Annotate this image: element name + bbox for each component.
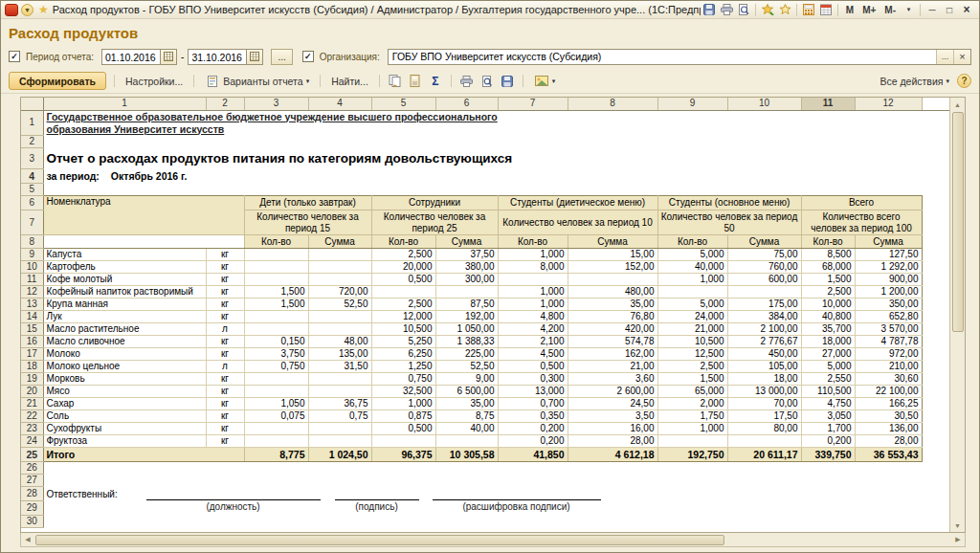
scroll-down-icon[interactable]: ▼ xyxy=(951,519,965,532)
sum-cell[interactable]: 300,00 xyxy=(435,274,498,286)
group-header[interactable]: Студенты (диетическое меню) xyxy=(498,196,657,210)
row-number[interactable]: 23 xyxy=(21,423,43,435)
unit-cell[interactable]: кг xyxy=(206,261,244,274)
unit-cell[interactable]: кг xyxy=(206,423,244,435)
qty-cell[interactable]: 18,000 xyxy=(801,336,855,348)
nomenclature-cell[interactable]: Молоко цельное xyxy=(43,361,206,373)
row-number[interactable]: 30 xyxy=(21,516,43,528)
unit-cell[interactable]: кг xyxy=(206,435,244,448)
unit-cell[interactable]: кг xyxy=(206,410,244,423)
qty-cell[interactable]: 68,000 xyxy=(801,261,855,274)
nomenclature-cell[interactable]: Фруктоза xyxy=(43,435,206,448)
unit-cell[interactable]: кг xyxy=(206,299,244,311)
print-icon[interactable] xyxy=(719,3,735,17)
horizontal-scrollbar[interactable]: ◀ ▶ xyxy=(20,533,966,547)
nomenclature-cell[interactable]: Сухофрукты xyxy=(43,423,206,435)
qty-cell[interactable]: 32,500 xyxy=(371,386,435,398)
qty-cell[interactable]: 5,000 xyxy=(657,299,727,311)
total-cell[interactable]: 1 024,50 xyxy=(308,448,371,462)
date-from-input[interactable]: 01.10.2016 xyxy=(101,49,161,65)
nomenclature-cell[interactable]: Капуста xyxy=(43,249,206,261)
group-header[interactable]: Дети (только завтрак) xyxy=(244,196,371,210)
row-number[interactable]: 28 xyxy=(21,487,43,501)
qty-cell[interactable]: 10,000 xyxy=(801,299,855,311)
nomenclature-cell[interactable]: Соль xyxy=(43,410,206,423)
group-header[interactable]: Студенты (основное меню) xyxy=(657,196,801,210)
unit-cell[interactable]: л xyxy=(206,361,244,373)
memory-m-button[interactable]: M xyxy=(842,3,858,17)
row-number[interactable]: 3 xyxy=(21,148,43,169)
row-number[interactable]: 17 xyxy=(21,348,43,361)
sum-cell[interactable]: 900,00 xyxy=(855,274,922,286)
scroll-right-icon[interactable]: ▶ xyxy=(951,533,965,546)
nomenclature-cell[interactable]: Крупа манная xyxy=(43,299,206,311)
qty-cell[interactable] xyxy=(244,274,308,286)
qty-cell[interactable]: 2,100 xyxy=(498,336,568,348)
all-actions-button[interactable]: Все действия ▾ xyxy=(877,74,952,89)
sum-cell[interactable]: 480,00 xyxy=(568,286,657,299)
qty-cell[interactable]: 1,250 xyxy=(371,361,435,373)
unit-cell[interactable]: кг xyxy=(206,274,244,286)
qty-cell[interactable] xyxy=(371,286,435,299)
row-number[interactable]: 10 xyxy=(21,261,43,274)
sum-cell[interactable]: 450,00 xyxy=(727,348,801,361)
collapse-chevron-icon[interactable]: ▾ xyxy=(901,3,917,17)
qty-cell[interactable]: 2,550 xyxy=(801,373,855,386)
sum-cell[interactable] xyxy=(568,274,657,286)
qty-cell[interactable]: 5,000 xyxy=(657,249,727,261)
scroll-up-icon[interactable]: ▲ xyxy=(951,98,965,111)
qty-cell[interactable]: 0,200 xyxy=(801,435,855,448)
close-button[interactable]: × xyxy=(958,3,975,17)
col-header[interactable]: 4 xyxy=(308,98,371,110)
sum-header[interactable]: Сумма xyxy=(855,235,922,249)
unit-cell[interactable]: кг xyxy=(206,286,244,299)
qty-cell[interactable]: 2,000 xyxy=(657,398,727,410)
nomenclature-cell[interactable]: Масло сливочное xyxy=(43,336,206,348)
sum-cell[interactable]: 210,00 xyxy=(855,361,922,373)
qty-cell[interactable]: 5,250 xyxy=(371,336,435,348)
qty-cell[interactable] xyxy=(244,435,308,448)
total-cell[interactable]: 4 612,18 xyxy=(568,448,657,462)
sum-cell[interactable]: 36,75 xyxy=(308,398,371,410)
memory-m-plus-button[interactable]: M+ xyxy=(858,3,880,17)
unit-cell[interactable]: кг xyxy=(206,348,244,361)
sum-cell[interactable]: 35,00 xyxy=(568,299,657,311)
qty-cell[interactable]: 2,500 xyxy=(801,286,855,299)
sum-cell[interactable] xyxy=(308,323,371,336)
spreadsheet[interactable]: 1 2 3 4 5 6 7 8 9 10 11 12 xyxy=(21,98,949,532)
total-label[interactable]: Итого xyxy=(43,448,244,462)
total-cell[interactable]: 192,750 xyxy=(657,448,727,462)
qty-cell[interactable] xyxy=(244,261,308,274)
qty-header[interactable]: Кол-во xyxy=(801,235,855,249)
sum-cell[interactable] xyxy=(308,261,371,274)
qty-cell[interactable]: 0,150 xyxy=(244,336,308,348)
sum-cell[interactable]: 166,25 xyxy=(855,398,922,410)
favorites-star-icon[interactable]: ★ xyxy=(38,4,49,16)
row-number[interactable]: 16 xyxy=(21,336,43,348)
qty-cell[interactable]: 2,500 xyxy=(657,361,727,373)
qty-cell[interactable]: 1,000 xyxy=(657,274,727,286)
toolbar-print-icon[interactable] xyxy=(459,74,475,88)
qty-cell[interactable]: 1,500 xyxy=(801,274,855,286)
sum-cell[interactable]: 135,00 xyxy=(308,348,371,361)
sum-cell[interactable]: 1 388,33 xyxy=(435,336,498,348)
organization-clear-button[interactable]: × xyxy=(953,50,970,64)
sum-cell[interactable]: 2 100,00 xyxy=(727,323,801,336)
unit-cell[interactable]: л xyxy=(206,323,244,336)
find-button[interactable]: Найти... xyxy=(328,74,371,89)
row-number[interactable]: 7 xyxy=(21,210,43,235)
total-cell[interactable]: 41,850 xyxy=(498,448,568,462)
organization-more-button[interactable]: ... xyxy=(936,50,953,64)
sum-cell[interactable] xyxy=(308,311,371,323)
sum-cell[interactable]: 15,00 xyxy=(568,249,657,261)
nomenclature-cell[interactable]: Мясо xyxy=(43,386,206,398)
qty-cell[interactable]: 1,000 xyxy=(498,299,568,311)
date-to-input[interactable]: 31.10.2016 xyxy=(188,49,247,65)
settings-button[interactable]: Настройки... xyxy=(122,74,186,89)
sum-cell[interactable] xyxy=(308,373,371,386)
group-subheader[interactable]: Количество всего человек за период 100 xyxy=(801,210,922,235)
sum-cell[interactable]: 2 776,67 xyxy=(727,336,801,348)
sum-cell[interactable]: 37,50 xyxy=(435,249,498,261)
sum-cell[interactable]: 2 600,00 xyxy=(568,386,657,398)
qty-cell[interactable]: 20,000 xyxy=(371,261,435,274)
